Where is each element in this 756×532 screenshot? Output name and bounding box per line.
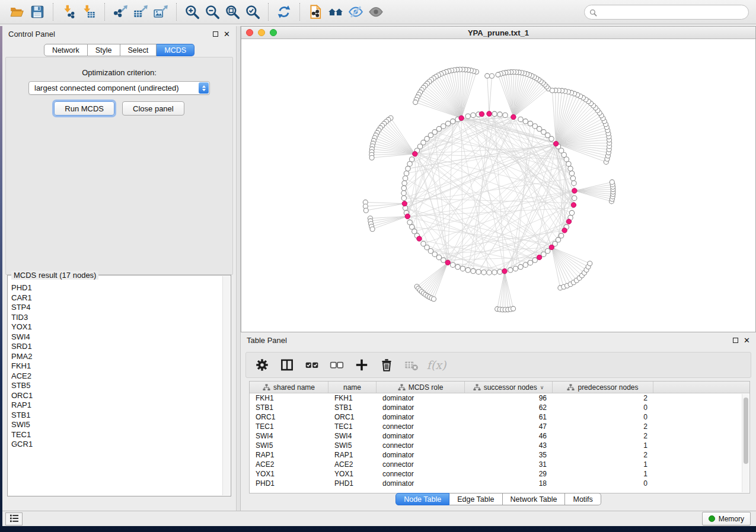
table-cell: 35 — [465, 451, 553, 459]
search-box — [584, 5, 749, 20]
column-header-MCDS-role[interactable]: MCDS role — [377, 382, 465, 393]
table-cell: 0 — [553, 479, 653, 488]
criterion-dropdown[interactable]: largest connected component (undirected) — [28, 81, 210, 95]
result-node-item[interactable]: GCR1 — [11, 440, 221, 450]
network-list-button[interactable] — [5, 512, 23, 525]
deselect-all-icon[interactable] — [329, 357, 344, 373]
add-row-icon[interactable] — [354, 357, 369, 373]
zoom-fit-icon[interactable] — [224, 3, 241, 21]
table-row[interactable]: RAP1RAP1dominator352 — [250, 450, 749, 460]
show-eye-icon[interactable] — [367, 3, 385, 21]
zoom-out-icon[interactable] — [203, 3, 221, 21]
close-panel-icon[interactable]: ✕ — [224, 30, 230, 38]
result-node-item[interactable]: SWI4 — [11, 332, 221, 342]
import-table-icon[interactable] — [80, 3, 98, 21]
result-node-item[interactable]: TID3 — [11, 313, 221, 323]
dropdown-stepper-icon — [199, 82, 209, 94]
tab-mcds[interactable]: MCDS — [157, 44, 194, 56]
table-row[interactable]: YOX1YOX1connector291 — [250, 469, 749, 479]
refresh-icon[interactable] — [275, 3, 293, 21]
table-row[interactable]: ORC1ORC1dominator610 — [250, 412, 749, 422]
tab-network[interactable]: Network — [44, 44, 88, 56]
table-cell: 2 — [553, 394, 653, 402]
tab-node-table[interactable]: Node Table — [395, 493, 449, 505]
toolbar-separator — [104, 3, 105, 21]
search-input[interactable] — [584, 5, 749, 20]
run-mcds-button[interactable]: Run MCDS — [54, 101, 114, 116]
result-node-item[interactable]: STP4 — [11, 303, 221, 313]
table-row[interactable]: SWI4SWI4dominator462 — [250, 431, 749, 441]
memory-button[interactable]: Memory — [702, 512, 751, 525]
mcds-result-list[interactable]: PHD1CAR1STP4TID3YOX1SWI4SRD1PMA2FKH1ACE2… — [11, 278, 221, 495]
table-cell: connector — [377, 422, 465, 431]
tab-motifs[interactable]: Motifs — [565, 493, 601, 505]
network-canvas[interactable] — [241, 39, 755, 332]
column-header-name[interactable]: name — [328, 382, 377, 393]
column-label: successor nodes — [484, 383, 537, 392]
float-table-panel-icon[interactable] — [733, 338, 738, 343]
result-node-item[interactable]: SWI5 — [11, 420, 221, 430]
result-node-item[interactable]: ORC1 — [11, 391, 221, 401]
column-header-predecessor-nodes[interactable]: predecessor nodes — [553, 382, 653, 393]
gear-icon[interactable] — [254, 357, 270, 373]
table-cell: 31 — [465, 460, 553, 469]
result-node-item[interactable]: RAP1 — [11, 400, 221, 411]
result-node-item[interactable]: PMA2 — [11, 352, 221, 362]
table-panel-titlebar: Table Panel ✕ — [241, 332, 756, 348]
save-icon[interactable] — [28, 3, 46, 21]
result-node-item[interactable]: FKH1 — [11, 361, 221, 371]
open-folder-icon[interactable] — [8, 3, 26, 21]
application-window: Control Panel ✕ NetworkStyleSelectMCDS O… — [0, 0, 756, 526]
import-network-icon[interactable] — [60, 3, 78, 21]
column-header-successor-nodes[interactable]: successor nodes∨ — [465, 382, 553, 393]
table-cell: connector — [377, 470, 465, 478]
result-list-scrollbar[interactable] — [222, 276, 230, 495]
tab-select[interactable]: Select — [120, 44, 157, 56]
delete-row-icon[interactable] — [379, 357, 394, 373]
columns-icon[interactable] — [279, 357, 295, 373]
table-row[interactable]: ACE2ACE2connector311 — [250, 460, 749, 469]
export-table-icon[interactable] — [132, 3, 149, 21]
table-row[interactable]: PHD1PHD1dominator180 — [250, 479, 749, 488]
table-row[interactable]: SWI5SWI5connector431 — [250, 441, 749, 450]
table-cell: FKH1 — [250, 394, 328, 402]
tab-edge-table[interactable]: Edge Table — [449, 493, 502, 505]
hide-eye-icon[interactable] — [347, 3, 365, 21]
table-cell: YOX1 — [328, 470, 377, 478]
export-network-icon[interactable] — [111, 3, 129, 21]
table-cell: 29 — [465, 470, 553, 478]
export-image-icon[interactable] — [152, 3, 170, 21]
zoom-selected-icon[interactable] — [244, 3, 261, 21]
result-node-item[interactable]: TEC1 — [11, 430, 221, 440]
table-scrollbar-thumb[interactable] — [744, 398, 748, 464]
result-node-item[interactable]: STB5 — [11, 381, 221, 391]
close-panel-button[interactable]: Close panel — [122, 101, 184, 116]
table-scrollbar[interactable] — [742, 394, 749, 492]
zoom-in-icon[interactable] — [183, 3, 201, 21]
close-table-panel-icon[interactable]: ✕ — [744, 336, 750, 344]
criterion-value: largest connected component (undirected) — [34, 84, 179, 92]
result-node-item[interactable]: PHD1 — [11, 283, 221, 293]
table-panel: Table Panel ✕ f(x) shared namenameMCDS r… — [241, 332, 756, 511]
toolbar-separator — [176, 3, 177, 21]
float-panel-icon[interactable] — [213, 31, 218, 37]
select-all-icon[interactable] — [304, 357, 320, 373]
document-network-icon[interactable] — [307, 3, 324, 21]
result-node-item[interactable]: CAR1 — [11, 293, 221, 303]
panel-splitter[interactable] — [236, 26, 241, 511]
table-panel-title: Table Panel — [247, 336, 287, 345]
column-header-shared-name[interactable]: shared name — [250, 382, 328, 393]
tab-network-table[interactable]: Network Table — [503, 493, 566, 505]
tab-style[interactable]: Style — [88, 44, 120, 56]
table-row[interactable]: STB1STB1dominator620 — [250, 403, 749, 412]
result-node-item[interactable]: YOX1 — [11, 322, 221, 332]
result-node-item[interactable]: SRD1 — [11, 342, 221, 352]
homes-icon[interactable] — [327, 3, 344, 21]
memory-label: Memory — [719, 515, 744, 523]
result-node-item[interactable]: STB1 — [11, 411, 221, 421]
table-tabs: Node TableEdge TableNetwork TableMotifs — [395, 493, 601, 505]
result-node-item[interactable]: ACE2 — [11, 371, 221, 382]
table-cell: 2 — [553, 432, 653, 440]
table-row[interactable]: FKH1FKH1dominator962 — [250, 393, 749, 403]
table-row[interactable]: TEC1TEC1connector472 — [250, 422, 749, 431]
